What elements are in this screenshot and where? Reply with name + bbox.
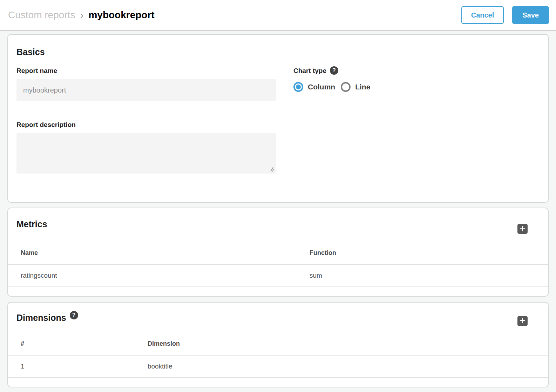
chart-type-line-label: Line xyxy=(355,83,370,91)
basics-title: Basics xyxy=(16,47,540,57)
metrics-table-header: Name Function xyxy=(8,242,548,264)
report-description-field: Report description xyxy=(16,121,276,174)
metrics-column-function: Function xyxy=(297,242,548,264)
dimensions-table: # Dimension 1 booktitle xyxy=(8,333,548,378)
plus-icon: + xyxy=(520,224,526,233)
metrics-section: Metrics + Name Function ratingscount sum xyxy=(7,208,549,297)
chart-type-label: Chart type xyxy=(293,67,326,75)
metrics-column-name: Name xyxy=(8,242,297,264)
dimension-row[interactable]: 1 booktitle xyxy=(8,355,548,378)
report-name-field: Report name xyxy=(16,67,276,101)
report-name-input[interactable] xyxy=(16,79,276,101)
dimensions-table-header: # Dimension xyxy=(8,333,548,355)
chart-type-column-label: Column xyxy=(308,83,335,91)
breadcrumb: Custom reports › mybookreport xyxy=(8,9,155,21)
report-description-label: Report description xyxy=(16,121,276,129)
plus-icon: + xyxy=(520,316,526,325)
dimensions-column-dimension: Dimension xyxy=(135,333,548,355)
metric-row[interactable]: ratingscount sum xyxy=(8,264,548,287)
add-metric-button[interactable]: + xyxy=(517,224,528,234)
dimensions-column-index: # xyxy=(8,333,135,355)
breadcrumb-current-report: mybookreport xyxy=(88,9,154,21)
metric-name-cell: ratingscount xyxy=(8,264,297,287)
add-dimension-button[interactable]: + xyxy=(517,316,528,326)
radio-selected-icon xyxy=(293,82,303,92)
basics-section: Basics Report name Report description xyxy=(7,34,549,203)
dimension-index-cell: 1 xyxy=(8,355,135,378)
report-description-input[interactable] xyxy=(16,133,276,174)
metric-function-cell: sum xyxy=(297,264,548,287)
dimensions-help-icon[interactable]: ? xyxy=(70,311,78,319)
metrics-table: Name Function ratingscount sum xyxy=(8,242,548,287)
chart-type-options: Column Line xyxy=(293,82,540,92)
dimensions-title: Dimensions xyxy=(16,312,66,323)
cancel-button[interactable]: Cancel xyxy=(461,6,504,24)
save-button[interactable]: Save xyxy=(512,6,549,24)
chart-type-column-radio[interactable]: Column xyxy=(293,82,335,92)
metrics-title: Metrics xyxy=(16,219,540,229)
dimension-name-cell: booktitle xyxy=(135,355,548,378)
resize-handle-icon[interactable] xyxy=(269,167,274,172)
report-editor: Basics Report name Report description xyxy=(0,31,556,387)
dimensions-section: Dimensions ? + # Dimension 1 booktitle xyxy=(7,302,549,387)
report-name-label: Report name xyxy=(16,67,276,75)
chart-type-help-icon[interactable]: ? xyxy=(330,66,338,75)
header-actions: Cancel Save xyxy=(461,6,549,24)
chevron-right-icon: › xyxy=(80,9,83,21)
chart-type-line-radio[interactable]: Line xyxy=(341,82,370,92)
breadcrumb-custom-reports-link[interactable]: Custom reports xyxy=(8,9,75,21)
top-bar: Custom reports › mybookreport Cancel Sav… xyxy=(0,0,556,31)
radio-unselected-icon xyxy=(341,82,351,92)
